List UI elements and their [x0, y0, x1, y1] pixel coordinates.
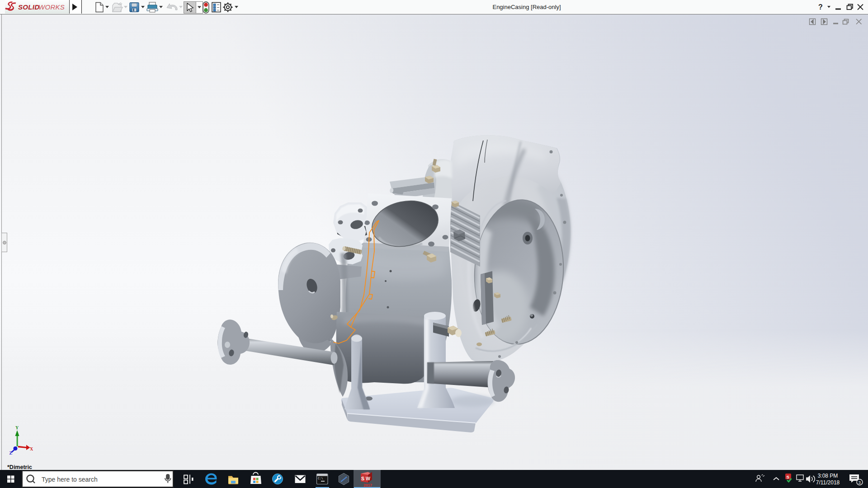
svg-text:SOLID: SOLID	[18, 3, 39, 11]
svg-text:W: W	[366, 476, 370, 481]
svg-text:C:\: C:\	[318, 477, 323, 480]
svg-text:2017: 2017	[363, 483, 372, 488]
svg-text:WORKS: WORKS	[38, 3, 65, 11]
svg-text:3: 3	[859, 480, 861, 485]
svg-text:S: S	[787, 474, 789, 479]
svg-text:?: ?	[818, 3, 823, 11]
svg-text:S: S	[361, 476, 364, 481]
